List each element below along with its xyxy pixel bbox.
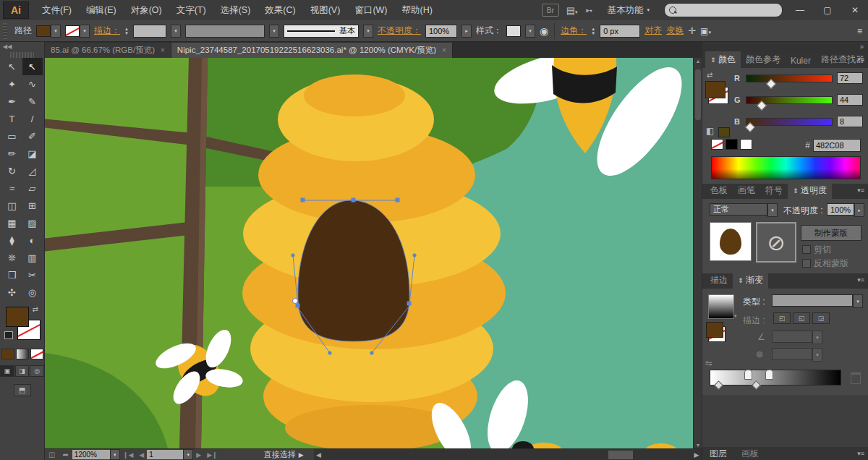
tool-rectangle[interactable]: ▭	[2, 127, 22, 145]
menu-file[interactable]: 文件(F)	[35, 0, 79, 20]
stroke-across-button[interactable]: ◲	[812, 312, 830, 324]
menu-type[interactable]: 文字(T)	[169, 0, 213, 20]
tab-artboards[interactable]: 画板	[734, 446, 766, 460]
bridge-button[interactable]: Br	[542, 4, 559, 17]
invert-mask-checkbox[interactable]: 反相蒙版	[802, 257, 848, 270]
tab-layers[interactable]: 图层	[702, 446, 734, 460]
gradient-angle-dropdown-icon[interactable]: ▾	[812, 331, 822, 344]
search-input[interactable]	[664, 3, 783, 17]
hive-top-cap[interactable]	[304, 74, 405, 116]
object-thumbnail[interactable]	[710, 222, 752, 261]
corner-stepper[interactable]: ▲▼	[591, 27, 595, 35]
transform-link[interactable]: 变换	[666, 25, 684, 37]
screen-mode-button[interactable]: ⬒	[14, 384, 31, 396]
make-mask-button[interactable]: 制作蒙版	[801, 225, 861, 241]
scroll-left-icon[interactable]: ◀	[314, 451, 324, 459]
blue-slider-thumb[interactable]	[744, 122, 754, 132]
green-slider[interactable]	[746, 96, 833, 104]
blue-slider[interactable]	[746, 118, 833, 126]
tab-kuler[interactable]: Kuler	[786, 54, 816, 68]
control-panel-menu-icon[interactable]: ≡	[857, 26, 868, 36]
close-button[interactable]: ✕	[845, 3, 865, 17]
vertical-scrollbar[interactable]: ▲ ▼	[693, 58, 702, 448]
gradient-type-select[interactable]	[772, 294, 853, 307]
gradient-thumb-dropdown-icon[interactable]: ▾	[734, 313, 737, 319]
gradient-thumbnail[interactable]	[708, 294, 734, 319]
tool-scale[interactable]: ◿	[22, 162, 43, 179]
transparency-opacity-arrow[interactable]: ▸	[854, 203, 864, 217]
stroke-within-button[interactable]: ◰	[773, 312, 791, 324]
isolate-selection-icon[interactable]: ▣▾	[700, 26, 711, 36]
gradient-slider[interactable]	[710, 370, 841, 386]
tab-close-icon[interactable]: ×	[442, 46, 446, 54]
hex-value-field[interactable]: 482C08	[813, 139, 861, 152]
tab-gradient[interactable]: ⇕ 渐变	[733, 272, 768, 289]
stroke-width-field[interactable]	[133, 25, 166, 38]
width-profile-select[interactable]	[185, 25, 265, 38]
brush-definition-select[interactable]: 基本	[284, 25, 359, 38]
canvas-area[interactable]	[45, 58, 693, 448]
tool-pen[interactable]: ✒	[2, 93, 22, 110]
tab-symbols[interactable]: 符号	[760, 182, 788, 199]
black-swatch[interactable]	[726, 139, 738, 150]
green-slider-thumb[interactable]	[757, 100, 767, 110]
handle-endpoint[interactable]	[413, 254, 416, 257]
menu-object[interactable]: 对象(O)	[124, 0, 169, 20]
stroke-dropdown-icon[interactable]: ▾	[80, 25, 90, 38]
handle-endpoint[interactable]	[396, 198, 399, 202]
restore-button[interactable]: ▢	[817, 3, 838, 17]
handle-endpoint[interactable]	[292, 254, 294, 257]
tool-paintbrush[interactable]: ✐	[22, 127, 43, 145]
draw-behind-button[interactable]: ◨	[15, 365, 30, 377]
opacity-panel-link[interactable]: 不透明度：	[378, 25, 421, 37]
menu-help[interactable]: 帮助(H)	[395, 0, 440, 20]
tab-swatches[interactable]: 色板	[705, 182, 733, 199]
zoom-level-field[interactable]: 1200%	[72, 450, 110, 459]
none-swatch[interactable]	[711, 139, 723, 150]
handle-endpoint[interactable]	[370, 352, 373, 354]
tab-close-icon[interactable]: ×	[161, 46, 165, 54]
delete-stop-icon[interactable]	[851, 372, 861, 384]
white-swatch[interactable]	[740, 139, 752, 150]
tool-eraser[interactable]: ◪	[22, 145, 43, 162]
brush-definition-dropdown-icon[interactable]: ▾	[363, 25, 373, 38]
reverse-gradient-icon[interactable]: ⇋	[705, 358, 712, 368]
gradient-type-dropdown-icon[interactable]: ▾	[853, 294, 863, 308]
align-link[interactable]: 对齐	[644, 25, 662, 37]
anchor-point-right[interactable]	[407, 302, 411, 305]
fill-color-button[interactable]: ▾	[36, 25, 61, 38]
default-colors-icon[interactable]	[4, 331, 13, 339]
tool-width[interactable]: ≈	[2, 179, 22, 197]
tool-direct-selection[interactable]: ↖	[22, 58, 43, 75]
gradient-fill-proxy[interactable]	[706, 322, 723, 338]
tool-pencil[interactable]: ✏	[2, 145, 22, 162]
blend-mode-select[interactable]: 正常	[710, 203, 767, 216]
gradient-panel-menu-icon[interactable]: ▾≡	[857, 276, 864, 284]
gradient-stop-small[interactable]	[714, 380, 723, 390]
style-swatch[interactable]	[506, 25, 521, 37]
corner-link[interactable]: 边角：	[561, 25, 587, 37]
app-logo[interactable]: Ai	[3, 1, 29, 19]
gradient-stop[interactable]	[744, 370, 752, 380]
stroke-along-button[interactable]: ◱	[793, 312, 810, 324]
tool-zoom[interactable]: ◎	[22, 284, 43, 301]
none-mode-button[interactable]	[30, 349, 43, 359]
tab-brushes[interactable]: 画笔	[733, 182, 760, 199]
clip-checkbox[interactable]: 剪切	[802, 244, 831, 256]
horizontal-scrollbar[interactable]: ◀ ▶	[314, 449, 702, 460]
tools-gripper[interactable]	[10, 52, 34, 58]
gradient-midpoint[interactable]	[752, 380, 762, 390]
tools-collapse-icon[interactable]: ◀◀	[0, 42, 44, 52]
tool-eyedropper[interactable]: ⧫	[2, 231, 22, 249]
gradient-ratio-dropdown-icon[interactable]: ▾	[812, 348, 822, 362]
swap-fill-stroke-icon[interactable]: ⇄	[33, 305, 38, 313]
stroke-width-dropdown-icon[interactable]: ▾	[171, 25, 181, 38]
tool-selection[interactable]: ↖	[2, 58, 22, 75]
tool-mesh[interactable]: ▦	[2, 214, 22, 231]
artboard-dropdown-icon[interactable]: ▾	[183, 449, 193, 460]
workspace-switcher[interactable]: 基本功能▾	[600, 0, 657, 20]
transparency-opacity-field[interactable]: 100%	[827, 203, 854, 216]
mask-thumbnail[interactable]: ⊘	[756, 222, 796, 263]
out-of-gamut-icon[interactable]: ◧	[706, 126, 714, 136]
tool-magic-wand[interactable]: ✦	[2, 75, 22, 93]
